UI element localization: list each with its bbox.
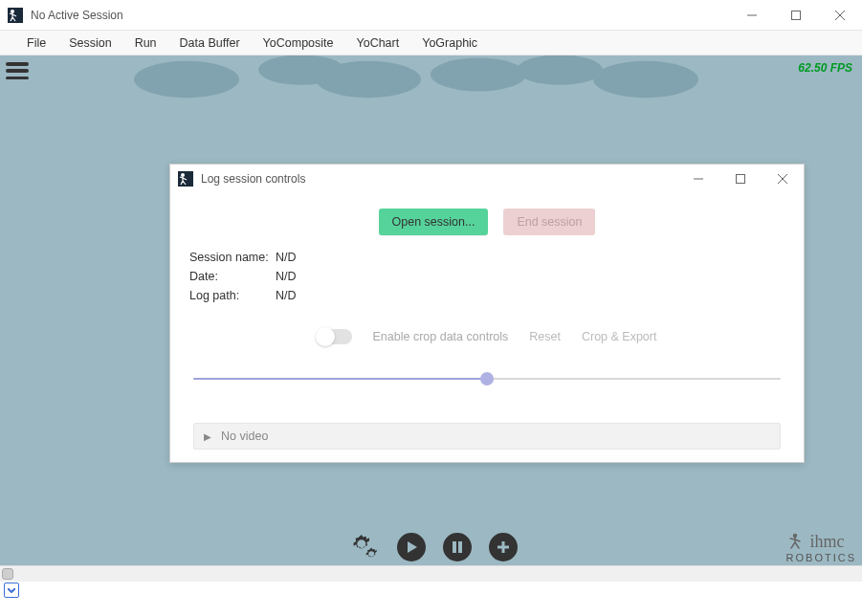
dialog-app-icon bbox=[178, 171, 193, 187]
svg-point-7 bbox=[181, 173, 185, 177]
close-button[interactable] bbox=[818, 0, 862, 31]
menu-data-buffer[interactable]: Data Buffer bbox=[168, 31, 252, 55]
svg-point-1 bbox=[11, 10, 14, 13]
add-button[interactable] bbox=[489, 533, 518, 561]
log-path-label: Log path: bbox=[189, 289, 276, 302]
menu-bar: File Session Run Data Buffer YoComposite… bbox=[0, 31, 862, 55]
window-title: No Active Session bbox=[31, 9, 730, 22]
play-button[interactable] bbox=[397, 533, 426, 561]
no-video-panel[interactable]: ▶ No video bbox=[193, 423, 781, 450]
svg-rect-14 bbox=[458, 541, 462, 553]
svg-rect-13 bbox=[453, 541, 456, 553]
main-titlebar: No Active Session bbox=[0, 0, 862, 31]
no-video-label: No video bbox=[221, 429, 268, 443]
fps-counter: 62.50 FPS bbox=[798, 61, 852, 75]
hamburger-menu-icon[interactable] bbox=[6, 62, 29, 79]
menu-session[interactable]: Session bbox=[57, 31, 122, 55]
slider-thumb[interactable] bbox=[480, 372, 494, 385]
menu-run[interactable]: Run bbox=[123, 31, 168, 55]
dialog-maximize-button[interactable] bbox=[719, 165, 762, 193]
session-name-value: N/D bbox=[276, 251, 297, 264]
pause-button[interactable] bbox=[443, 533, 472, 561]
menu-file[interactable]: File bbox=[15, 31, 57, 55]
crop-slider[interactable] bbox=[193, 371, 781, 386]
menu-yographic[interactable]: YoGraphic bbox=[410, 31, 489, 55]
dialog-title: Log session controls bbox=[201, 172, 677, 186]
menu-yocomposite[interactable]: YoComposite bbox=[252, 31, 345, 55]
svg-marker-12 bbox=[408, 541, 417, 553]
dialog-titlebar[interactable]: Log session controls bbox=[170, 165, 804, 193]
app-icon bbox=[8, 8, 23, 23]
dialog-close-button[interactable] bbox=[762, 165, 804, 193]
main-viewport: 62.50 FPS Log session controls Open sess… bbox=[0, 55, 862, 565]
status-dropdown-button[interactable] bbox=[4, 583, 19, 598]
scrollbar-thumb[interactable] bbox=[2, 568, 13, 580]
maximize-button[interactable] bbox=[774, 0, 818, 31]
logo-text-bottom: ROBOTICS bbox=[786, 552, 856, 563]
session-name-label: Session name: bbox=[189, 251, 276, 264]
dialog-minimize-button[interactable] bbox=[677, 165, 719, 193]
status-bar bbox=[0, 582, 862, 599]
logo-icon bbox=[786, 533, 808, 552]
settings-button[interactable] bbox=[345, 533, 380, 561]
end-session-button: End session bbox=[503, 209, 595, 235]
svg-rect-16 bbox=[497, 546, 509, 549]
date-label: Date: bbox=[189, 270, 276, 283]
minimize-button[interactable] bbox=[730, 0, 774, 31]
log-path-value: N/D bbox=[276, 289, 297, 302]
playback-controls bbox=[345, 533, 518, 561]
date-value: N/D bbox=[276, 270, 297, 283]
reset-button: Reset bbox=[529, 330, 561, 343]
menu-yochart[interactable]: YoChart bbox=[344, 31, 410, 55]
enable-crop-label: Enable crop data controls bbox=[373, 330, 509, 343]
log-session-dialog: Log session controls Open session... End… bbox=[169, 164, 805, 463]
svg-rect-9 bbox=[737, 175, 745, 184]
enable-crop-toggle[interactable] bbox=[318, 329, 352, 344]
crop-export-button: Crop & Export bbox=[582, 330, 657, 343]
expand-icon: ▶ bbox=[204, 431, 211, 442]
svg-rect-3 bbox=[792, 11, 801, 20]
logo-text-top: ihmc bbox=[810, 532, 845, 551]
open-session-button[interactable]: Open session... bbox=[379, 209, 489, 235]
ihmc-logo: ihmc ROBOTICS bbox=[786, 532, 856, 563]
horizontal-scrollbar[interactable] bbox=[0, 565, 862, 582]
